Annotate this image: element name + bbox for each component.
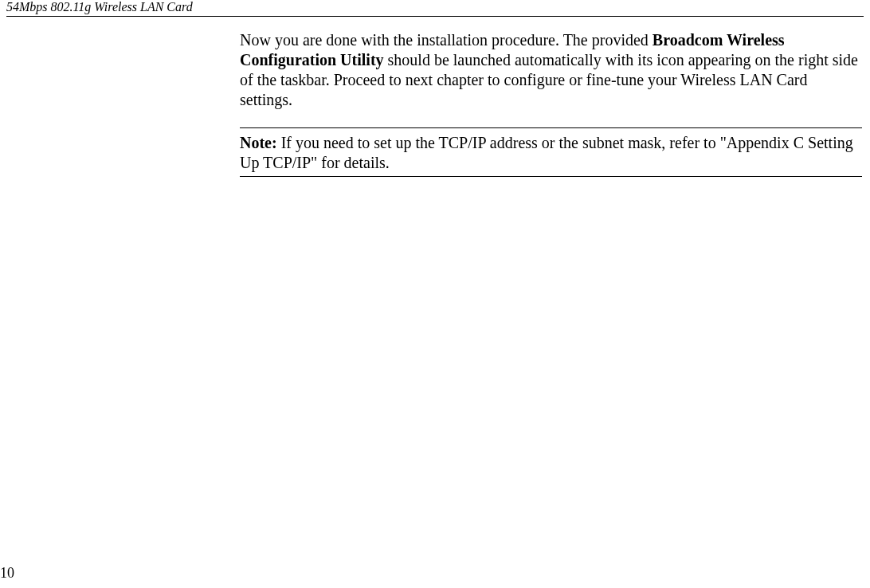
header-divider xyxy=(6,16,864,17)
main-content: Now you are done with the installation p… xyxy=(240,30,862,177)
page-number: 10 xyxy=(0,565,14,582)
para-text-1: Now you are done with the installation p… xyxy=(240,31,652,49)
note-paragraph: Note: If you need to set up the TCP/IP a… xyxy=(240,133,862,173)
note-bottom-divider xyxy=(240,176,862,177)
note-text: If you need to set up the TCP/IP address… xyxy=(240,134,853,171)
note-label: Note: xyxy=(240,134,277,151)
main-paragraph: Now you are done with the installation p… xyxy=(240,30,862,110)
header-title: 54Mbps 802.11g Wireless LAN Card xyxy=(6,0,193,14)
note-top-divider xyxy=(240,127,862,128)
document-header: 54Mbps 802.11g Wireless LAN Card xyxy=(6,0,193,14)
page-number-text: 10 xyxy=(0,565,14,581)
